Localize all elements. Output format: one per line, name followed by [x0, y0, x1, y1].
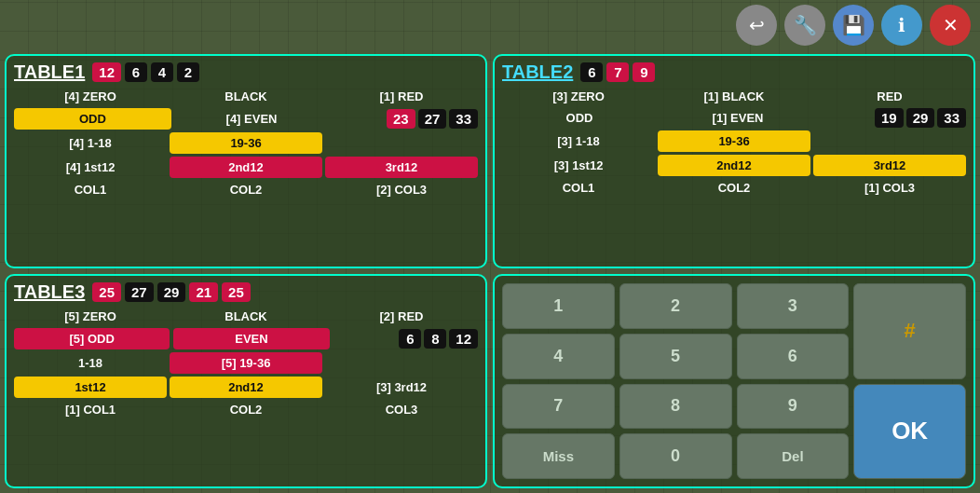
table1-panel: TABLE1 12 6 4 2 [4] ZERO BLACK [1] RED O… — [5, 54, 487, 268]
t2-extra-badge-0: 19 — [875, 108, 904, 128]
table1-badge-0: 12 — [92, 62, 121, 82]
t2-1st12: [3] 1st12 — [502, 157, 655, 174]
t3-3rd12: [3] 3rd12 — [325, 378, 478, 396]
table2-row-range: [3] 1-18 19-36 — [502, 130, 966, 152]
numpad-miss[interactable]: Miss — [502, 433, 615, 479]
main-grid: TABLE1 12 6 4 2 [4] ZERO BLACK [1] RED O… — [5, 54, 975, 488]
t1-1936: 19-36 — [170, 132, 322, 154]
t2-odd: ODD — [502, 109, 657, 127]
t1-odd: ODD — [14, 108, 171, 130]
table2-row-zero: [3] ZERO [1] BLACK RED — [502, 88, 966, 105]
numpad-9[interactable]: 9 — [737, 384, 850, 430]
t1-col1: COL1 — [14, 181, 167, 199]
table3-row-col: [1] COL1 COL2 COL3 — [14, 401, 478, 418]
numpad-8[interactable]: 8 — [619, 384, 732, 430]
numpad-0[interactable]: 0 — [619, 433, 732, 479]
t2-range-empty — [813, 140, 966, 144]
numpad-4[interactable]: 4 — [502, 334, 615, 379]
t2-118: [3] 1-18 — [502, 132, 655, 150]
t1-extra-badge-1: 27 — [418, 109, 447, 129]
table1-badge-3: 2 — [177, 62, 199, 82]
table3-header: TABLE3 25 27 29 21 25 — [14, 281, 478, 303]
table1-title: TABLE1 — [14, 62, 85, 83]
t2-extra-badges: 19 29 33 — [819, 108, 966, 128]
numpad-ok[interactable]: OK — [853, 384, 966, 480]
numpad-del[interactable]: Del — [737, 433, 850, 479]
t1-extra-badges: 23 27 33 — [332, 109, 478, 129]
numpad-1[interactable]: 1 — [502, 283, 615, 329]
t2-3rd12: 3rd12 — [813, 155, 966, 176]
close-button[interactable]: ✕ — [930, 5, 971, 46]
table1-header: TABLE1 12 6 4 2 — [14, 62, 478, 83]
t3-1936: [5] 19-36 — [170, 352, 322, 374]
numpad-3[interactable]: 3 — [737, 283, 850, 329]
table3-badge-4: 25 — [222, 282, 251, 302]
table1-row-odd: ODD [4] EVEN 23 27 33 — [14, 108, 478, 130]
t3-extra-badge-0: 6 — [399, 329, 421, 349]
table3-row-range: 1-18 [5] 19-36 — [14, 352, 478, 374]
t3-zero: [5] ZERO — [14, 308, 167, 325]
t3-col1: [1] COL1 — [14, 401, 167, 418]
t3-extra-badge-2: 12 — [449, 329, 478, 349]
t1-range-empty — [325, 142, 478, 145]
numpad-2[interactable]: 2 — [619, 283, 732, 329]
numpad-grid: 1 2 3 # 4 5 6 7 8 9 OK Miss 0 Del — [502, 283, 966, 479]
t2-extra-badge-1: 29 — [906, 108, 935, 128]
t1-118: [4] 1-18 — [14, 134, 167, 152]
table3-row-dozen: 1st12 2nd12 [3] 3rd12 — [14, 377, 478, 398]
t2-red: RED — [813, 88, 966, 105]
numpad-6[interactable]: 6 — [737, 334, 850, 379]
numpad-7[interactable]: 7 — [502, 384, 615, 430]
numpad-panel: 1 2 3 # 4 5 6 7 8 9 OK Miss 0 Del — [493, 274, 975, 488]
table3-panel: TABLE3 25 27 29 21 25 [5] ZERO BLACK [2]… — [5, 274, 487, 488]
wrench-button[interactable]: 🔧 — [784, 5, 825, 46]
t2-2nd12: 2nd12 — [658, 155, 810, 176]
t1-col3: [2] COL3 — [325, 181, 478, 199]
t1-red: [1] RED — [325, 88, 478, 105]
save-button[interactable]: 💾 — [833, 5, 874, 46]
t1-1st12: [4] 1st12 — [14, 158, 167, 176]
t1-even: [4] EVEN — [175, 110, 329, 128]
table2-row-col: COL1 COL2 [1] COL3 — [502, 179, 966, 197]
t1-col2: COL2 — [170, 181, 322, 199]
t2-extra-badge-2: 33 — [937, 108, 966, 128]
table3-row-odd: [5] ODD EVEN 6 8 12 — [14, 328, 478, 349]
numpad-5[interactable]: 5 — [619, 334, 732, 379]
t3-extra-badges: 6 8 12 — [333, 329, 478, 349]
table1-row-dozen: [4] 1st12 2nd12 3rd12 — [14, 157, 478, 178]
t2-zero: [3] ZERO — [502, 88, 655, 105]
table2-panel: TABLE2 6 7 9 [3] ZERO [1] BLACK RED ODD … — [493, 54, 975, 268]
table2-row-odd: ODD [1] EVEN 19 29 33 — [502, 108, 966, 128]
table1-badge-1: 6 — [125, 62, 147, 82]
t3-1st12: 1st12 — [14, 377, 167, 398]
t1-black: BLACK — [170, 88, 322, 105]
table3-row-zero: [5] ZERO BLACK [2] RED — [14, 308, 478, 325]
t1-2nd12: 2nd12 — [170, 157, 322, 178]
table3-badge-0: 25 — [92, 282, 121, 302]
t2-even: [1] EVEN — [660, 109, 815, 127]
t3-extra-badge-1: 8 — [424, 329, 446, 349]
table2-badge-0: 6 — [580, 62, 603, 82]
table3-title: TABLE3 — [14, 281, 85, 303]
table3-badge-1: 27 — [125, 282, 154, 302]
table2-badge-1: 7 — [606, 62, 629, 82]
t3-col3: COL3 — [325, 401, 478, 418]
t2-col1: COL1 — [502, 179, 655, 197]
t3-range-empty — [325, 362, 478, 365]
info-button[interactable]: ℹ — [881, 5, 922, 46]
toolbar: ↩ 🔧 💾 ℹ ✕ — [736, 5, 971, 46]
table2-row-dozen: [3] 1st12 2nd12 3rd12 — [502, 155, 966, 176]
table2-badge-2: 9 — [633, 62, 655, 82]
t2-col3: [1] COL3 — [813, 179, 966, 197]
table2-title: TABLE2 — [502, 62, 573, 83]
numpad-hash[interactable]: # — [853, 283, 966, 379]
t3-black: BLACK — [170, 308, 322, 325]
t2-1936: 19-36 — [658, 130, 810, 152]
t3-118: 1-18 — [14, 354, 167, 372]
table2-header: TABLE2 6 7 9 — [502, 62, 966, 83]
t1-zero: [4] ZERO — [14, 88, 167, 105]
back-button[interactable]: ↩ — [736, 5, 777, 46]
table3-badge-2: 29 — [157, 282, 186, 302]
t3-2nd12: 2nd12 — [170, 377, 322, 398]
table3-badge-3: 21 — [189, 282, 218, 302]
